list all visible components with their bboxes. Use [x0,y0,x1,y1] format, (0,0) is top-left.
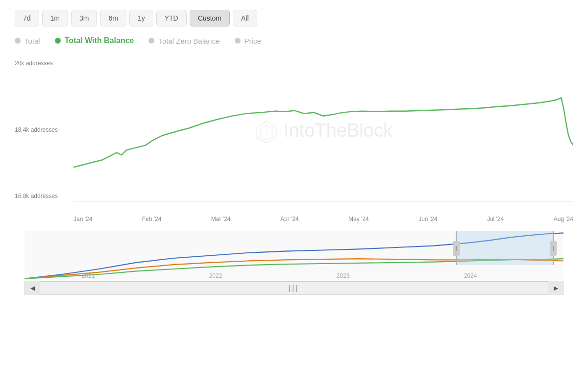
mini-x-label-2022: 2022 [209,272,222,279]
y-label-top: 20k addresses [15,60,74,67]
time-range-toolbar: 7d 1m 3m 6m 1y YTD Custom All [15,10,573,26]
range-handle-left-dots: || [456,245,456,251]
main-chart-area: IntoTheBlock [74,60,573,202]
nav-prev-button[interactable]: ◀ [25,281,40,295]
main-container: 7d 1m 3m 6m 1y YTD Custom All Total Tota… [0,0,588,392]
legend-label-total: Total [24,37,40,45]
y-label-bottom: 16.8k addresses [15,193,74,199]
y-axis-labels: 20k addresses 18.4k addresses 16.8k addr… [15,60,74,202]
legend-label-total-with-balance: Total With Balance [65,36,134,45]
mini-x-label-2021: 2021 [82,272,95,279]
range-handle-right-dots: || [553,245,553,251]
mini-x-label-2023: 2023 [337,272,350,279]
btn-all[interactable]: All [233,10,257,26]
range-selector[interactable]: || || [456,231,554,265]
legend-label-price: Price [245,37,261,45]
x-label-jul: Jul '24 [487,216,504,222]
legend-dot-total-with-balance [55,38,61,44]
mini-x-labels: 2021 2022 2023 2024 [24,272,564,279]
x-label-mar: Mar '24 [211,216,231,222]
btn-ytd[interactable]: YTD [156,10,187,26]
x-label-may: May '24 [348,216,369,222]
legend-total-with-balance[interactable]: Total With Balance [55,36,134,45]
legend-price[interactable]: Price [235,37,261,45]
btn-custom[interactable]: Custom [190,10,230,26]
y-label-middle: 18.4k addresses [15,126,74,133]
grid-line-bottom [74,201,573,202]
legend-total-zero-balance[interactable]: Total Zero Balance [148,37,220,45]
x-axis-labels: Jan '24 Feb '24 Mar '24 Apr '24 May '24 … [74,212,573,226]
x-label-jan: Jan '24 [74,216,92,222]
chart-legend: Total Total With Balance Total Zero Bala… [15,36,573,45]
grid-line-top [74,60,573,60]
x-label-feb: Feb '24 [142,216,162,222]
range-handle-right[interactable]: || [550,241,557,256]
nav-next-button[interactable]: ▶ [548,281,563,295]
legend-total[interactable]: Total [15,37,40,45]
legend-dot-price [235,38,241,44]
btn-6m[interactable]: 6m [100,10,126,26]
x-label-aug: Aug '24 [554,216,573,222]
legend-label-total-zero-balance: Total Zero Balance [158,37,220,45]
total-with-balance-line [74,98,573,168]
nav-center-handle[interactable]: ||| [40,284,548,292]
mini-chart-wrapper: || || 2021 2022 2023 2024 ◀ ||| ▶ [15,231,573,295]
legend-dot-total [15,38,21,44]
btn-7d[interactable]: 7d [15,10,39,26]
main-chart-wrapper: 20k addresses 18.4k addresses 16.8k addr… [15,60,573,226]
mini-x-label-2024: 2024 [464,272,477,279]
x-label-jun: Jun '24 [418,216,437,222]
mini-nav-controls: ◀ ||| ▶ [24,281,564,295]
btn-3m[interactable]: 3m [71,10,97,26]
btn-1y[interactable]: 1y [129,10,153,26]
range-handle-left[interactable]: || [453,241,460,256]
grid-line-middle [74,131,573,131]
legend-dot-total-zero-balance [148,38,154,44]
x-label-apr: Apr '24 [280,216,299,222]
btn-1m[interactable]: 1m [42,10,68,26]
